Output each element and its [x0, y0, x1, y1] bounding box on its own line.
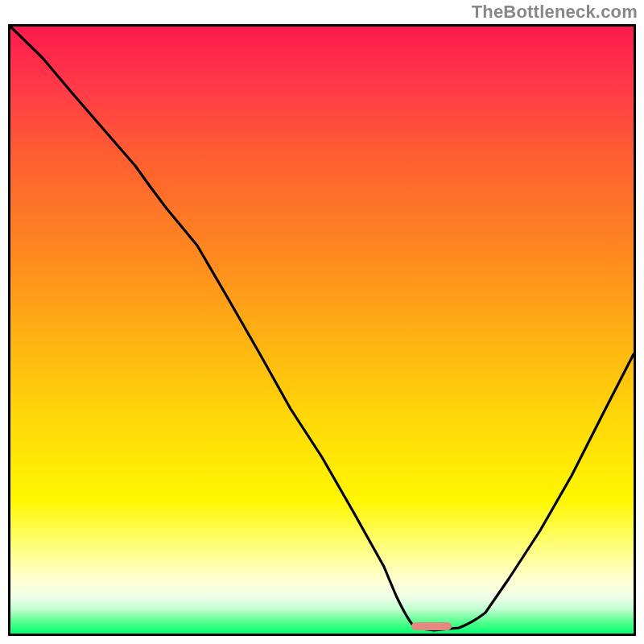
curve-layer: [10, 27, 634, 634]
chart-container: TheBottleneck.com: [0, 0, 644, 644]
optimum-marker: [411, 622, 452, 630]
plot-area: [8, 24, 636, 636]
bottleneck-curve: [10, 27, 634, 630]
watermark-text: TheBottleneck.com: [472, 2, 638, 23]
